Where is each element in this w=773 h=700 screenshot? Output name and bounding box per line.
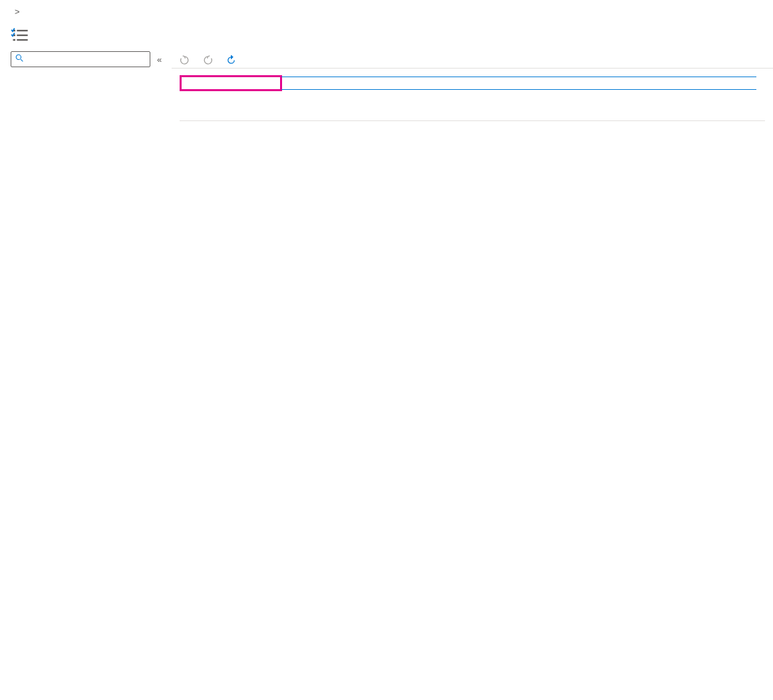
unregister-icon	[203, 55, 213, 65]
register-icon	[180, 55, 190, 65]
sidebar-search[interactable]	[11, 51, 150, 67]
subscription-icon	[11, 26, 29, 45]
breadcrumb-separator: >	[15, 7, 20, 17]
table-header	[180, 110, 765, 121]
refresh-icon	[226, 55, 236, 65]
svg-point-3	[16, 55, 21, 59]
toolbar	[172, 51, 773, 69]
register-button[interactable]	[180, 55, 194, 65]
filter-input-highlight	[180, 75, 282, 91]
svg-line-4	[21, 59, 23, 61]
sidebar: «	[0, 51, 172, 121]
page-header	[0, 19, 773, 51]
search-icon	[15, 54, 24, 65]
unregister-button[interactable]	[203, 55, 217, 65]
main-content	[172, 51, 773, 121]
filter-input[interactable]	[186, 79, 276, 88]
filter-underline	[281, 77, 756, 90]
refresh-button[interactable]	[226, 55, 240, 65]
sidebar-search-input[interactable]	[27, 55, 146, 65]
collapse-sidebar-button[interactable]: «	[157, 55, 162, 65]
breadcrumb: >	[0, 0, 773, 19]
